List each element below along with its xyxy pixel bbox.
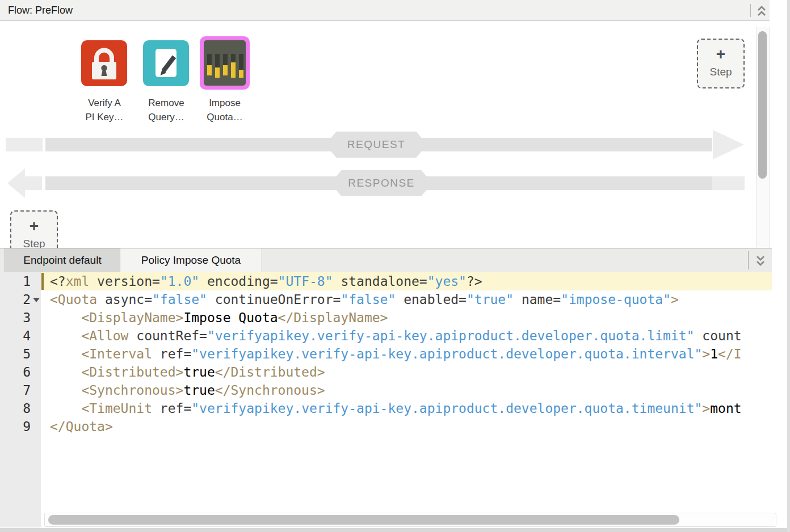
line-number: 3 (0, 309, 41, 327)
label-line-1: Impose (190, 96, 259, 110)
line-number: 6 (0, 363, 41, 381)
line-number: 7 (0, 381, 41, 399)
policy-step-remove-query[interactable] (143, 40, 189, 86)
add-step-label: Step (698, 66, 743, 78)
tab-policy-impose-quota[interactable]: Policy Impose Quota (120, 248, 262, 272)
line-number: 4 (0, 327, 41, 345)
response-arrowhead-icon (7, 168, 25, 198)
tabbar-divider (748, 251, 749, 269)
code-line[interactable]: 2<Quota async="false" continueOnError="f… (0, 290, 772, 309)
code-text: <DisplayName>Impose Quota</DisplayName> (50, 309, 772, 327)
code-text: </Quota> (50, 417, 772, 436)
quota-bars-icon (204, 40, 246, 86)
window-right-edge (787, 0, 790, 532)
code-lines: 1<?xml version="1.0" encoding="UTF-8" st… (0, 272, 772, 436)
code-line[interactable]: 1<?xml version="1.0" encoding="UTF-8" st… (0, 272, 772, 290)
xml-code-editor[interactable]: 1<?xml version="1.0" encoding="UTF-8" st… (0, 272, 772, 527)
policy-step-impose-quota-selected[interactable] (200, 36, 250, 90)
text-cursor (41, 273, 44, 290)
plus-icon: + (698, 46, 743, 63)
code-text: <TimeUnit ref="verifyapikey.verify-api-k… (50, 399, 772, 417)
label-line-1: Verify A (70, 96, 139, 110)
add-step-button-request[interactable]: + Step (697, 39, 745, 88)
code-text: <Synchronous>true</Synchronous> (50, 381, 772, 399)
flow-title: Flow: PreFlow (8, 5, 73, 16)
flow-canvas: Verify A PI Key… Remove Query… (0, 21, 770, 248)
editor-tabbar: Endpoint default Policy Impose Quota (0, 248, 772, 272)
code-line[interactable]: 8 <TimeUnit ref="verifyapikey.verify-api… (0, 399, 772, 417)
code-line[interactable]: 3 <DisplayName>Impose Quota</DisplayName… (0, 309, 772, 327)
add-step-button-response[interactable]: + Step (10, 210, 58, 248)
code-text: <?xml version="1.0" encoding="UTF-8" sta… (50, 272, 772, 290)
edit-icon (143, 40, 189, 86)
plus-icon: + (11, 218, 57, 235)
line-number: 1 (0, 272, 41, 290)
label-line-2: Quota… (190, 110, 259, 124)
flow-vertical-scrollbar[interactable] (756, 27, 770, 248)
lock-icon (81, 40, 127, 86)
response-bar-end-segment (712, 176, 745, 190)
request-bar-segment (6, 138, 43, 151)
code-line[interactable]: 7 <Synchronous>true</Synchronous> (0, 381, 772, 399)
quota-tile (204, 40, 246, 86)
code-line[interactable]: 5 <Interval ref="verifyapikey.verify-api… (0, 345, 772, 363)
response-bar-segment (25, 176, 42, 190)
code-text: <Distributed>true</Distributed> (50, 363, 772, 381)
flow-editor-window: Flow: PreFlow Verify A PI Key… (0, 0, 790, 532)
header-divider (750, 4, 751, 17)
add-step-label: Step (11, 238, 57, 248)
policy-step-verify-api-key[interactable] (81, 40, 127, 86)
code-line[interactable]: 9</Quota> (0, 417, 772, 436)
code-line[interactable]: 4 <Allow countRef="verifyapikey.verify-a… (0, 327, 772, 345)
tab-endpoint-default[interactable]: Endpoint default (5, 248, 120, 272)
fold-arrow-icon[interactable] (33, 298, 40, 302)
response-label-badge: RESPONSE (330, 170, 432, 196)
flow-panel-header: Flow: PreFlow (0, 0, 770, 21)
code-text: <Interval ref="verifyapikey.verify-api-k… (50, 345, 772, 363)
line-number: 8 (0, 399, 41, 417)
code-text: <Allow countRef="verifyapikey.verify-api… (50, 327, 772, 345)
policy-step-label: Impose Quota… (190, 96, 259, 124)
window-bottom-edge (0, 528, 790, 532)
chevrons-down-icon (754, 254, 767, 268)
code-text: <Quota async="false" continueOnError="fa… (50, 290, 772, 309)
code-line[interactable]: 6 <Distributed>true</Distributed> (0, 363, 772, 381)
collapse-panel-button[interactable] (755, 3, 768, 18)
line-number: 5 (0, 345, 41, 363)
request-label-badge: REQUEST (325, 132, 427, 158)
editor-horizontal-scrollbar[interactable] (44, 513, 776, 527)
request-arrowhead-icon (713, 130, 744, 159)
policy-step-label: Verify A PI Key… (70, 96, 139, 124)
label-line-2: PI Key… (70, 110, 139, 124)
chevrons-up-icon (755, 3, 768, 18)
line-number: 9 (0, 417, 41, 436)
scrollbar-thumb[interactable] (758, 31, 767, 179)
scrollbar-thumb[interactable] (48, 515, 679, 525)
expand-panel-button[interactable] (754, 254, 767, 268)
